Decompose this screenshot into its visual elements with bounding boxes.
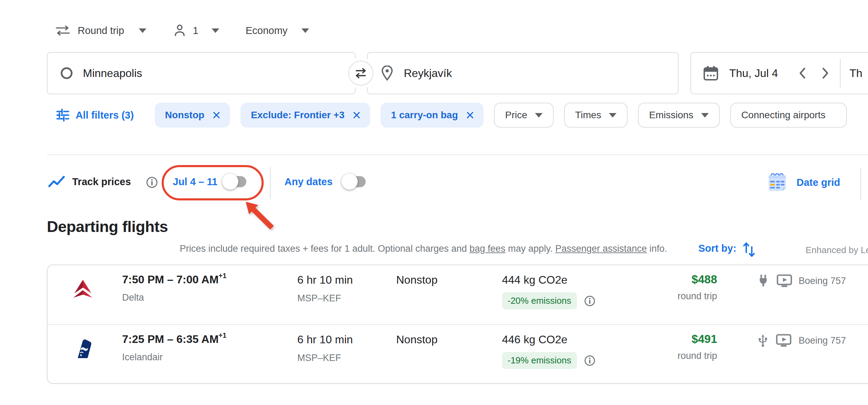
date-grid-label: Date grid [797,177,840,188]
google-flights-results-page: Round trip 1 Economy Minneapolis Reykjav… [0,0,868,405]
annotation-red-arrow [241,199,278,233]
filter-chip-nonstop[interactable]: Nonstop [155,103,230,128]
usb-icon [758,334,768,347]
seatback-video-icon [777,274,792,287]
flight-row-icelandair[interactable]: 7:25 PM – 6:35 AM+1 Icelandair 6 hr 10 m… [48,324,868,384]
trip-options-bar: Round trip 1 Economy [56,21,309,40]
sort-by-label: Sort by: [698,243,737,254]
price-block: $488 round trip [634,273,717,302]
aircraft-type: Boeing 757 [799,335,846,346]
filter-chip-times[interactable]: Times [564,103,628,128]
chip-label: Price [505,110,527,121]
amenities [758,334,791,347]
swap-fields-icon [354,67,368,79]
power-outlet-icon [758,274,768,287]
price-qualifier: round trip [634,351,717,361]
toggle-knob [341,173,358,190]
chevron-down-icon [139,28,146,33]
return-date-value-partial: Th [850,67,862,80]
flight-stops: Nonstop [396,333,437,346]
flight-stops: Nonstop [396,274,437,286]
filter-chip-emissions[interactable]: Emissions [638,103,720,128]
emissions-row: -20% emissions [502,292,596,309]
info-icon[interactable] [584,295,596,307]
close-icon[interactable] [466,111,475,120]
filter-chip-carry-on-bag[interactable]: 1 carry-on bag [381,103,484,128]
flight-duration: 6 hr 10 min [297,333,353,346]
next-date-button[interactable] [821,67,829,79]
flight-price: $491 [634,333,717,346]
icelandair-airline-logo [72,337,94,360]
airline-name: Icelandair [122,352,163,363]
chip-label: 1 carry-on bag [391,110,458,121]
date-grid-button[interactable]: Date grid [766,171,840,193]
page-title: Departing flights [47,218,168,236]
passengers-selector[interactable]: 1 [173,24,219,37]
chevron-down-icon [212,28,219,33]
close-icon[interactable] [352,111,361,120]
destination-field[interactable]: Reykjavík [367,52,679,94]
all-filters-button[interactable]: All filters (3) [56,108,134,122]
emissions-badge: -20% emissions [502,292,577,309]
info-icon[interactable] [146,176,158,189]
cabin-class-selector[interactable]: Economy [246,25,309,36]
chevron-down-icon [301,28,309,33]
disclaimer-text: info. [647,243,667,254]
origin-circle-icon [61,67,73,79]
flight-price: $488 [634,273,717,286]
divider [270,167,271,199]
aircraft-type: Boeing 757 [799,276,846,286]
cabin-class-label: Economy [246,25,288,36]
close-icon[interactable] [212,111,221,120]
origin-field[interactable]: Minneapolis [47,52,356,94]
date-range-toggle[interactable] [224,176,246,187]
sort-arrows-icon [742,241,756,258]
dates-field[interactable]: Thu, Jul 4 Th [690,52,868,94]
airline-name: Delta [122,292,144,303]
field-divider [840,59,841,87]
section-divider [47,154,868,155]
chip-label: Nonstop [165,110,205,121]
bag-fees-link[interactable]: bag fees [469,243,505,254]
flight-results-card: 7:50 PM – 7:00 AM+1 Delta 6 hr 10 min MS… [47,265,868,384]
round-trip-swap-icon [56,25,70,36]
flight-row-delta[interactable]: 7:50 PM – 7:00 AM+1 Delta 6 hr 10 min MS… [48,265,868,324]
origin-value: Minneapolis [83,67,142,80]
sort-by-button[interactable]: Sort by: [698,243,756,258]
track-prices-chart-icon [48,175,65,189]
swap-origin-destination-button[interactable] [348,61,373,86]
chevron-down-icon [701,113,709,118]
info-icon[interactable] [584,355,596,367]
all-filters-label: All filters (3) [76,110,134,121]
date-grid-icon [766,171,788,193]
filter-chip-price[interactable]: Price [494,103,554,128]
person-icon [173,24,186,37]
chevron-left-icon [798,67,807,79]
disclaimer-text: may apply. [505,243,555,254]
price-disclaimer: Prices include required taxes + fees for… [180,243,667,254]
passenger-count: 1 [193,25,198,36]
filter-chip-connecting-airports[interactable]: Connecting airports [730,103,847,128]
flight-route: MSP–KEF [297,353,341,363]
chevron-down-icon [535,113,543,118]
track-prices-label: Track prices [72,176,131,188]
flight-times: 7:50 PM – 7:00 AM+1 [122,273,227,286]
arrival-day-offset: +1 [219,331,227,339]
chevron-down-icon [609,113,616,118]
filter-chip-exclude-airlines[interactable]: Exclude: Frontier +3 [240,103,370,128]
delta-airline-logo [72,278,94,300]
any-dates-label: Any dates [284,176,333,188]
passenger-assistance-link[interactable]: Passenger assistance [555,243,647,254]
flight-route: MSP–KEF [297,293,341,304]
previous-date-button[interactable] [798,67,807,79]
track-date-range-label: Jul 4 – 11 [173,176,218,188]
divider [860,169,861,200]
co2-amount: 444 kg CO2e [502,274,568,286]
trip-type-selector[interactable]: Round trip [56,25,146,36]
departure-date-value: Thu, Jul 4 [729,67,778,80]
any-dates-toggle[interactable] [343,176,366,187]
price-qualifier: round trip [634,291,717,302]
chip-label: Exclude: Frontier +3 [251,110,344,121]
chevron-right-icon [821,67,829,79]
time-range: 7:50 PM – 7:00 AM [122,273,219,286]
